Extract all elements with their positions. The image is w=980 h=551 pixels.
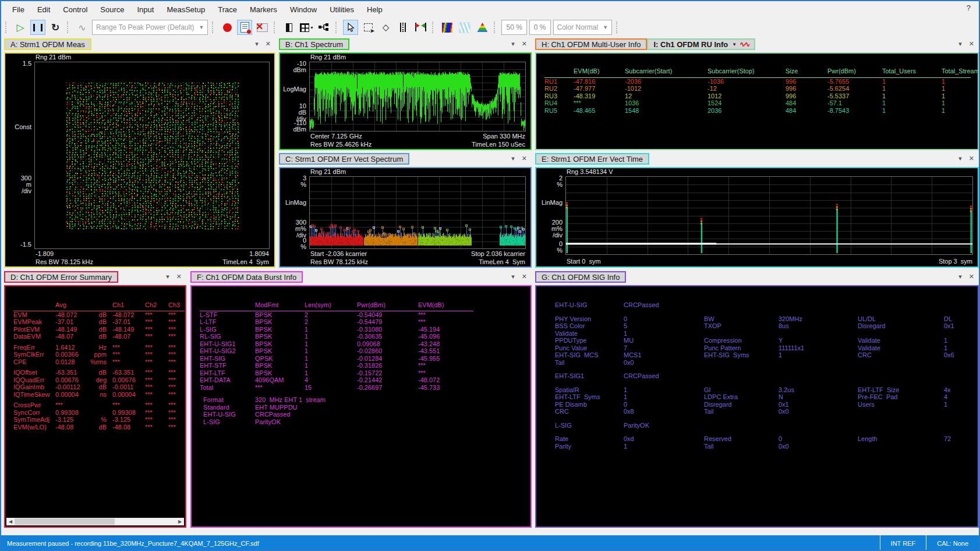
table-row: RU4***10361524484-57.111 [544,99,971,107]
table-row: PPDUTypeMUCompressionYValidate1 [555,337,978,344]
playback-recording-button[interactable] [237,20,252,35]
table-row: EVM-48.072dB-48.072****** [13,311,185,318]
scrollbar-track[interactable] [15,518,176,525]
ru-info-table[interactable]: EVM(dB)Subcarrier(Start)Subcarrier(Stop)… [536,54,978,149]
no-recording-icon: ✕ [257,23,268,32]
menu-item-control[interactable]: Control [56,2,94,17]
scroll-right-icon[interactable]: ▶ [176,518,184,525]
panel-g-title[interactable]: G: Ch1 OFDM SIG Info [535,271,626,283]
table-row: EHT-DATA4096QAM4-0.21442-48.072 [200,376,473,384]
flag-markers-button[interactable] [413,20,428,35]
transparency-input[interactable]: 50 % [501,20,526,35]
panel-hi-titlebar: H: Ch1 OFDM Multi-User Info I: Ch1 OFDM … [535,38,979,52]
err-vect-time-plot[interactable] [565,176,973,255]
panel-a-titlebar: A: Strm1 OFDM Meas ▾✕ [4,38,275,52]
menu-item-trace[interactable]: Trace [211,2,243,17]
histogram-pyramid-icon [477,23,487,32]
trace-data-icon: ∿∿ [740,40,749,48]
table-row: CrossPwr************ [13,401,185,409]
panel-f-titlebar: F: Ch1 OFDM Data Burst Info ▾✕ [190,271,532,285]
band-markers-button[interactable] [395,20,411,35]
panel-close-icon[interactable]: ✕ [522,40,527,48]
panel-c-title[interactable]: C: Strm1 OFDM Err Vect Spectrum [279,153,409,165]
menu-item-markers[interactable]: Markers [243,2,284,17]
scroll-left-icon[interactable]: ◀ [6,518,15,525]
menu-item-window[interactable]: Window [284,2,323,17]
panel-minimize-icon[interactable]: ▾ [958,155,962,162]
run-button[interactable]: ▷ [13,20,28,35]
menu-item-help[interactable]: Help [360,2,389,17]
panel-close-icon[interactable]: ✕ [969,155,974,162]
stop-recording-button[interactable]: ✕ [254,20,270,35]
select-cursor-button[interactable] [343,20,358,35]
table-row: EVM(w/LO)-48.08dB-48.08****** [13,424,185,431]
record-icon [223,23,232,32]
pause-button[interactable] [30,20,45,35]
panel-close-icon[interactable]: ✕ [176,273,182,280]
constellation-plot[interactable] [34,62,270,249]
help-icon[interactable]: ? [967,3,971,12]
reference-indicator[interactable]: INT REF [880,535,926,551]
grid-layout-button[interactable]: ▾ [299,20,314,35]
panel-close-icon[interactable]: ✕ [266,40,271,48]
table-row: SpatialR1GI3.2usEHT-LTF Size4x [555,386,978,394]
menu-item-utilities[interactable]: Utilities [323,2,360,17]
panel-minimize-icon[interactable]: ▾ [958,40,962,48]
panel-e-title[interactable]: E: Strm1 OFDM Err Vect Time [535,153,649,165]
range-label: Rng 21 dBm [310,168,346,175]
panel-minimize-icon[interactable]: ▾ [166,273,169,280]
panel-d-title[interactable]: D: Ch1 OFDM Error Summary [4,271,118,283]
panel-b-title[interactable]: B: Ch1 Spectrum [279,38,349,50]
table-row: CRC0x8Tail0x0 [555,408,978,415]
menu-item-input[interactable]: Input [130,2,160,17]
panel-c-plot-area: Rng 21 dBm 3 % LinMag 300 m% /div 0 % St… [279,167,532,268]
cumulative-history-button[interactable] [475,20,490,35]
toolbar-grip-icon [274,22,277,33]
restart-button[interactable]: ↻ [48,20,63,35]
overlap-input[interactable]: 0 % [529,20,551,35]
panel-minimize-icon[interactable]: ▾ [958,273,962,280]
panel-minimize-icon[interactable]: ▾ [255,40,259,48]
res-bw-label: Res BW 78.125 kHz [36,258,93,265]
panel-close-icon[interactable]: ✕ [969,40,974,48]
color-mode-dropdown[interactable]: Color Normal▼ [553,20,613,35]
waterfall-button[interactable] [457,20,472,35]
panel-minimize-icon[interactable]: ▾ [511,273,515,280]
chevron-down-icon: ▾ [310,25,313,30]
panel-minimize-icon[interactable]: ▾ [511,40,515,48]
zoom-select-button[interactable]: ➤ [360,20,376,35]
cal-indicator[interactable]: CAL: None [926,535,979,551]
menu-item-source[interactable]: Source [94,2,130,17]
panel-a-title[interactable]: A: Strm1 OFDM Meas [4,38,91,50]
table-header-row: EVM(dB)Subcarrier(Start)Subcarrier(Stop)… [544,67,971,77]
tab-ru-info[interactable]: I: Ch1 OFDM RU Info▼∿∿ [647,38,755,50]
menu-item-edit[interactable]: Edit [31,2,56,17]
panel-minimize-icon[interactable]: ▾ [511,155,515,162]
scrollbar-thumb[interactable] [15,518,115,525]
panel-close-icon[interactable]: ✕ [522,155,527,162]
auto-range-button[interactable]: ∿ [75,20,90,35]
link-traces-button[interactable] [316,20,331,35]
table-row: FreqErr1.6412Hz********* [13,344,185,351]
panel-close-icon[interactable]: ✕ [969,273,974,280]
single-trace-layout-button[interactable] [281,20,296,35]
marker-button[interactable]: ◇ [378,20,393,35]
table-row: EHT-SIG1CRCPassed [555,372,978,380]
horizontal-scrollbar[interactable]: ◀ ▶ [6,518,184,525]
range-dropdown[interactable]: Range To Peak Power (Default)▼ [92,20,208,35]
table-row: RU3-48.319121012996-5.533711 [544,93,971,100]
record-button[interactable] [220,20,235,35]
spectrogram-button[interactable] [440,20,455,35]
menu-item-file[interactable]: File [6,2,31,17]
tab-multi-user-info[interactable]: H: Ch1 OFDM Multi-User Info [535,38,647,50]
y-axis-scale-label: 200 m% /div [536,219,562,239]
chevron-down-icon: ▼ [732,42,737,47]
table-row: L-STFBPSK2-0.54049*** [200,311,473,318]
menu-item-meassetup[interactable]: MeasSetup [160,2,211,17]
panel-f-title[interactable]: F: Ch1 OFDM Data Burst Info [190,271,303,283]
err-vect-spectrum-plot[interactable] [309,176,526,249]
y-axis-scale-label: 300 m% /div [280,219,306,239]
spectrum-plot[interactable] [309,62,526,131]
panel-close-icon[interactable]: ✕ [522,273,527,280]
table-row: EHT-U-SIGCRCPassed [555,301,978,309]
